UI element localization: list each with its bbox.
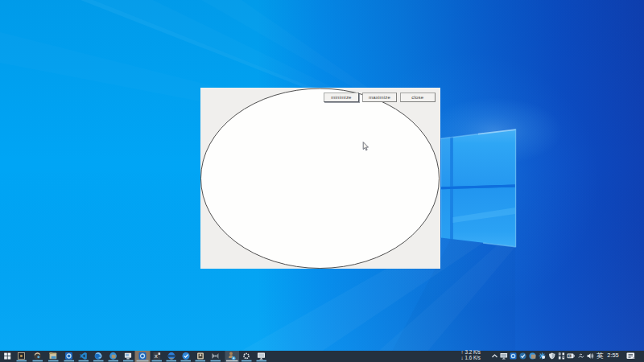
svg-text:x: x bbox=[155, 352, 158, 360]
svg-text:S: S bbox=[568, 355, 571, 358]
svg-text:↓ 1.6 K/s: ↓ 1.6 K/s bbox=[461, 355, 481, 360]
svg-text:2:55: 2:55 bbox=[607, 352, 618, 359]
svg-text:↑ 3.2 K/s: ↑ 3.2 K/s bbox=[461, 349, 481, 355]
svg-text:英: 英 bbox=[596, 352, 604, 360]
